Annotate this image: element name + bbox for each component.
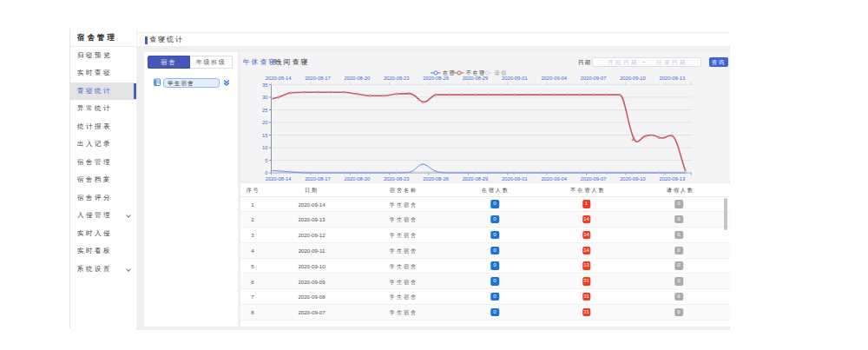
- svg-text:2020-08-23: 2020-08-23: [384, 175, 410, 181]
- svg-text:2020-08-17: 2020-08-17: [305, 75, 331, 80]
- svg-text:2020-09-04: 2020-09-04: [541, 75, 567, 80]
- svg-text:2020-08-14: 2020-08-14: [266, 175, 292, 181]
- svg-text:2020-09-04: 2020-09-04: [541, 175, 567, 181]
- svg-text:2020-08-29: 2020-08-29: [463, 75, 489, 80]
- svg-text:2020-09-01: 2020-09-01: [502, 75, 528, 80]
- svg-text:午休查寝: 午休查寝: [243, 57, 278, 65]
- svg-text:2020-08-26: 2020-08-26: [423, 175, 449, 181]
- svg-text:2020-09-07: 2020-09-07: [581, 175, 607, 181]
- svg-text:2020-08-17: 2020-08-17: [305, 175, 331, 181]
- svg-text:2020-09-07: 2020-09-07: [581, 75, 607, 80]
- svg-text:15: 15: [262, 132, 267, 137]
- svg-text:2020-09-10: 2020-09-10: [620, 175, 646, 181]
- svg-text:2020-09-13: 2020-09-13: [660, 175, 686, 181]
- svg-text:30: 30: [262, 95, 267, 100]
- svg-text:2020-09-13: 2020-09-13: [660, 75, 686, 80]
- svg-text:2020-08-29: 2020-08-29: [463, 175, 489, 181]
- svg-text:2020-08-26: 2020-08-26: [423, 75, 449, 80]
- svg-text:10: 10: [262, 145, 267, 150]
- svg-text:2020-08-23: 2020-08-23: [384, 75, 410, 80]
- svg-text:20: 20: [262, 120, 267, 125]
- svg-text:0: 0: [265, 170, 267, 175]
- svg-text:35: 35: [262, 82, 267, 87]
- svg-text:晚间查寝: 晚间查寝: [275, 57, 310, 65]
- svg-text:2020-08-20: 2020-08-20: [345, 75, 371, 80]
- svg-text:2020-08-20: 2020-08-20: [345, 175, 371, 181]
- svg-text:25: 25: [262, 107, 267, 112]
- svg-text:2020-08-14: 2020-08-14: [266, 75, 292, 80]
- svg-text:2020-09-10: 2020-09-10: [620, 75, 646, 80]
- svg-text:2020-09-01: 2020-09-01: [502, 175, 528, 181]
- svg-text:5: 5: [265, 157, 267, 162]
